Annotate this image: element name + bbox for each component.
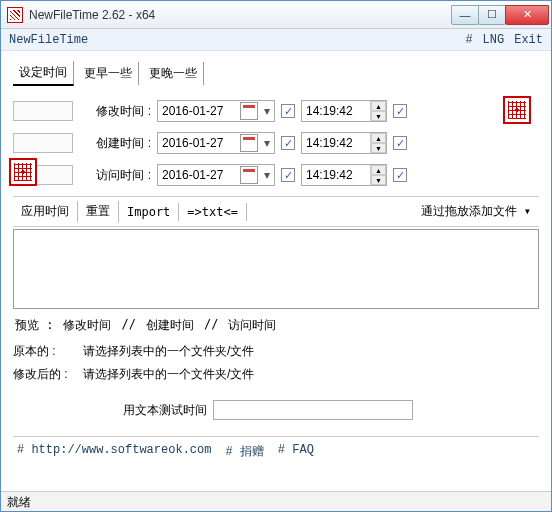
date-value[interactable]: 2016-01-27 <box>158 136 238 150</box>
test-label: 用文本测试时间 <box>123 402 207 419</box>
menu-lng[interactable]: LNG <box>483 33 505 47</box>
menu-exit[interactable]: Exit <box>514 33 543 47</box>
link-faq[interactable]: # FAQ <box>278 443 314 460</box>
statusbar: 就绪 <box>1 491 551 511</box>
checkbox-create-time[interactable]: ✓ <box>393 136 407 150</box>
checkbox-access-date[interactable]: ✓ <box>281 168 295 182</box>
chevron-down-icon[interactable]: ▾ <box>260 104 274 118</box>
row-modify: 修改时间 : 2016-01-27 ▾ ✓ 14:19:42 ▲▼ ✓ <box>13 100 489 122</box>
date-value[interactable]: 2016-01-27 <box>158 168 238 182</box>
tabs: 设定时间 更早一些 更晚一些 <box>13 61 539 86</box>
checkbox-modify-time[interactable]: ✓ <box>393 104 407 118</box>
date-value[interactable]: 2016-01-27 <box>158 104 238 118</box>
txt-button[interactable]: =>txt<= <box>179 203 247 221</box>
link-donate[interactable]: # 捐赠 <box>225 443 263 460</box>
date-picker-create[interactable]: 2016-01-27 ▾ <box>157 132 275 154</box>
orig-value: 请选择列表中的一个文件夹/文件 <box>83 343 254 360</box>
label-create: 创建时间 : <box>79 135 157 152</box>
footer-links: # http://www.softwareok.com # 捐赠 # FAQ <box>13 436 539 466</box>
menubar: NewFileTime # LNG Exit <box>1 29 551 51</box>
after-value: 请选择列表中的一个文件夹/文件 <box>83 366 254 383</box>
after-label: 修改后的 : <box>13 366 83 383</box>
reset-button[interactable]: 重置 <box>78 201 119 222</box>
clock-icon[interactable] <box>503 96 531 124</box>
row-access: 访问时间 : 2016-01-27 ▾ ✓ 14:19:42 ▲▼ ✓ <box>13 164 489 186</box>
time-section: 修改时间 : 2016-01-27 ▾ ✓ 14:19:42 ▲▼ ✓ 创建时间… <box>13 100 539 186</box>
spinner[interactable]: ▲▼ <box>370 133 386 153</box>
compare-section: 原本的 : 请选择列表中的一个文件夹/文件 修改后的 : 请选择列表中的一个文件… <box>13 340 539 386</box>
calendar-icon[interactable] <box>240 102 258 120</box>
titlebar[interactable]: NewFileTime 2.62 - x64 — ☐ ✕ <box>1 1 551 29</box>
client-area: 设定时间 更早一些 更晚一些 修改时间 : 2016-01-27 ▾ ✓ 14:… <box>1 51 551 466</box>
label-access: 访问时间 : <box>79 167 157 184</box>
time-picker-create[interactable]: 14:19:42 ▲▼ <box>301 132 387 154</box>
time-value[interactable]: 14:19:42 <box>302 136 370 150</box>
checkbox-modify-date[interactable]: ✓ <box>281 104 295 118</box>
calendar-icon[interactable] <box>240 134 258 152</box>
chevron-down-icon[interactable]: ▾ <box>260 136 274 150</box>
calendar-icon[interactable] <box>240 166 258 184</box>
chevron-down-icon[interactable]: ▾ <box>260 168 274 182</box>
test-input[interactable] <box>213 400 413 420</box>
file-list[interactable] <box>13 229 539 309</box>
app-icon <box>7 7 23 23</box>
time-picker-access[interactable]: 14:19:42 ▲▼ <box>301 164 387 186</box>
time-picker-modify[interactable]: 14:19:42 ▲▼ <box>301 100 387 122</box>
app-window: NewFileTime 2.62 - x64 — ☐ ✕ NewFileTime… <box>0 0 552 512</box>
checkbox-create-date[interactable]: ✓ <box>281 136 295 150</box>
link-website[interactable]: # http://www.softwareok.com <box>17 443 211 460</box>
minimize-button[interactable]: — <box>451 5 479 25</box>
time-value[interactable]: 14:19:42 <box>302 168 370 182</box>
test-row: 用文本测试时间 <box>13 400 539 420</box>
row-create: 创建时间 : 2016-01-27 ▾ ✓ 14:19:42 ▲▼ ✓ <box>13 132 489 154</box>
date-picker-modify[interactable]: 2016-01-27 ▾ <box>157 100 275 122</box>
spinner[interactable]: ▲▼ <box>370 101 386 121</box>
preview-header: 预览 : 修改时间 // 创建时间 // 访问时间 <box>13 309 539 336</box>
maximize-button[interactable]: ☐ <box>478 5 506 25</box>
tab-later[interactable]: 更晚一些 <box>143 62 204 85</box>
menu-hash[interactable]: # <box>465 33 472 47</box>
tab-set-time[interactable]: 设定时间 <box>13 61 74 86</box>
close-button[interactable]: ✕ <box>505 5 549 25</box>
orig-label: 原本的 : <box>13 343 83 360</box>
tab-earlier[interactable]: 更早一些 <box>78 62 139 85</box>
preview-label: 预览 : <box>15 317 53 334</box>
date-picker-access[interactable]: 2016-01-27 ▾ <box>157 164 275 186</box>
checkbox-access-time[interactable]: ✓ <box>393 168 407 182</box>
chevron-down-icon: ▾ <box>524 204 531 218</box>
label-modify: 修改时间 : <box>79 103 157 120</box>
offset-input[interactable] <box>13 101 73 121</box>
offset-input[interactable] <box>13 133 73 153</box>
time-value[interactable]: 14:19:42 <box>302 104 370 118</box>
action-toolbar: 应用时间 重置 Import =>txt<= 通过拖放添加文件 ▾ <box>13 196 539 227</box>
menu-appname[interactable]: NewFileTime <box>9 33 455 47</box>
clock-icon[interactable] <box>9 158 37 186</box>
apply-button[interactable]: 应用时间 <box>13 201 78 222</box>
window-title: NewFileTime 2.62 - x64 <box>29 8 452 22</box>
import-button[interactable]: Import <box>119 203 179 221</box>
drop-hint[interactable]: 通过拖放添加文件 ▾ <box>413 201 539 222</box>
spinner[interactable]: ▲▼ <box>370 165 386 185</box>
